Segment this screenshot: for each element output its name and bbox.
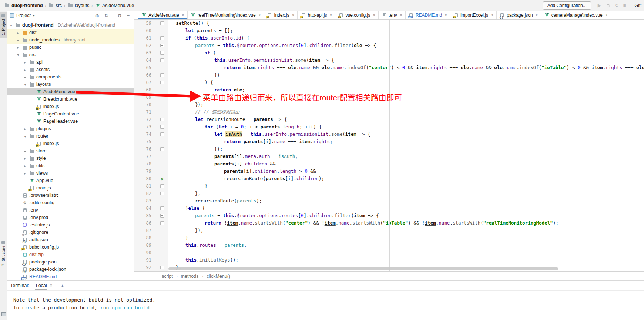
- line-number[interactable]: 82: [134, 190, 156, 197]
- gutter-fold-column[interactable]: [156, 190, 168, 197]
- gutter-fold-column[interactable]: [156, 64, 168, 71]
- chevron-right-icon[interactable]: ▸: [23, 171, 27, 175]
- code-line-text[interactable]: if (: [168, 49, 644, 57]
- breadcrumb-clickmenu[interactable]: clickMenu(): [207, 274, 230, 279]
- line-number[interactable]: 72: [134, 116, 156, 123]
- gutter-fold-column[interactable]: [156, 57, 168, 64]
- close-icon[interactable]: ×: [373, 13, 375, 18]
- gutter-fold-column[interactable]: [156, 256, 168, 264]
- chevron-right-icon[interactable]: ▸: [23, 149, 27, 153]
- line-number[interactable]: 62: [134, 42, 156, 49]
- code-line-text[interactable]: recursionRoute(parents);: [168, 197, 644, 205]
- tree-item-babel.config.js[interactable]: JSbabel.config.js: [7, 243, 134, 251]
- gutter-fold-column[interactable]: [156, 145, 168, 153]
- gutter-fold-column[interactable]: [156, 160, 168, 168]
- hide-panel-icon[interactable]: −: [125, 13, 131, 18]
- breadcrumb-src[interactable]: src: [48, 3, 63, 8]
- gutter-fold-column[interactable]: [156, 264, 168, 271]
- tool-window-tab-project[interactable]: 1: Project: [0, 12, 7, 38]
- tree-item-layouts[interactable]: ▾layouts: [7, 81, 134, 88]
- code-line-text[interactable]: this.userInfo.permissionList.some(item =…: [168, 57, 644, 64]
- breadcrumb-methods[interactable]: methods: [181, 274, 199, 279]
- line-number[interactable]: 91: [134, 256, 156, 264]
- gutter-fold-column[interactable]: [156, 242, 168, 249]
- tree-item-.env.prod[interactable]: .env.prod: [7, 214, 134, 221]
- new-terminal-icon[interactable]: +: [59, 283, 66, 289]
- fold-icon[interactable]: [160, 73, 164, 77]
- line-number[interactable]: 88: [134, 234, 156, 242]
- chevron-right-icon[interactable]: ▸: [16, 38, 20, 42]
- line-number[interactable]: 78: [134, 160, 156, 168]
- line-number[interactable]: 70: [134, 101, 156, 108]
- code-line-text[interactable]: setRoute() {: [168, 20, 644, 27]
- fold-icon[interactable]: [160, 266, 164, 269]
- tab-cameraManage\index.vue[interactable]: cameraManage\index.vue×: [541, 11, 611, 19]
- gutter-fold-column[interactable]: [156, 219, 168, 227]
- chevron-right-icon[interactable]: ▸: [23, 68, 27, 72]
- breadcrumb-layouts[interactable]: layouts: [67, 3, 90, 8]
- line-number[interactable]: 71: [134, 108, 156, 116]
- code-line-text[interactable]: parents = this.$router.options.routes[0]…: [168, 42, 644, 49]
- tree-item-index.js[interactable]: JSindex.js: [7, 103, 134, 110]
- code-line-text[interactable]: parents = this.$router.options.routes[0]…: [168, 212, 644, 219]
- line-number[interactable]: 73: [134, 123, 156, 131]
- collapse-all-icon[interactable]: ⇅: [103, 13, 110, 18]
- chevron-right-icon[interactable]: ▸: [16, 31, 20, 35]
- tree-item-dist.zip[interactable]: dist.zip: [7, 251, 134, 258]
- code-line-text[interactable]: let recursionRoute = parents => {: [168, 116, 644, 123]
- close-icon[interactable]: ×: [182, 13, 184, 18]
- chevron-right-icon[interactable]: ▸: [23, 156, 27, 161]
- tree-item-package.json[interactable]: {}package.json: [7, 258, 134, 266]
- close-icon[interactable]: ×: [50, 283, 53, 288]
- tab-AsideMenu.vue[interactable]: AsideMenu.vue×: [138, 11, 188, 19]
- tree-item-.editorconfig[interactable]: ⚙.editorconfig: [7, 199, 134, 206]
- fold-icon[interactable]: [160, 192, 164, 195]
- chevron-down-icon[interactable]: ▾: [16, 53, 20, 57]
- fold-icon[interactable]: [160, 214, 164, 218]
- tree-item-views[interactable]: ▸views: [7, 169, 134, 177]
- fold-icon[interactable]: [160, 21, 164, 25]
- line-number[interactable]: 65: [134, 64, 156, 71]
- tree-item-PageContent.vue[interactable]: PageContent.vue: [7, 110, 134, 118]
- stop-icon[interactable]: ■: [621, 3, 628, 8]
- code-line-text[interactable]: this.initialKeys();: [168, 256, 644, 264]
- gutter-fold-column[interactable]: [156, 234, 168, 242]
- code-line-text[interactable]: let parents = [];: [168, 27, 644, 34]
- line-number[interactable]: 80: [134, 175, 156, 182]
- add-configuration-button[interactable]: Add Configuration...: [543, 1, 591, 10]
- code-line-text[interactable]: let isAuth = this.userInfo.permissionLis…: [168, 131, 644, 138]
- code-line-text[interactable]: return parents[i].name === item.rights;: [168, 138, 644, 145]
- line-number[interactable]: 77: [134, 153, 156, 160]
- chevron-right-icon[interactable]: ▸: [23, 60, 27, 64]
- line-number[interactable]: 74: [134, 131, 156, 138]
- tree-item-Breadcrumb.vue[interactable]: Breadcrumb.vue: [7, 95, 134, 103]
- fold-icon[interactable]: [160, 36, 164, 40]
- gutter-fold-column[interactable]: [156, 71, 168, 79]
- run-icon[interactable]: ▶: [596, 3, 604, 8]
- line-number[interactable]: 81: [134, 182, 156, 190]
- gutter-fold-column[interactable]: [156, 249, 168, 256]
- gutter-fold-column[interactable]: [156, 123, 168, 131]
- tree-item-PageHeader.vue[interactable]: PageHeader.vue: [7, 118, 134, 125]
- code-line-text[interactable]: parents[i].children &&: [168, 160, 644, 168]
- gutter-fold-column[interactable]: [156, 79, 168, 86]
- terminal-label[interactable]: Terminal:: [10, 283, 29, 288]
- fold-icon[interactable]: [160, 125, 164, 129]
- tree-item-auth.json[interactable]: {}auth.json: [7, 236, 134, 243]
- tab-package.json[interactable]: {}package.json×: [497, 11, 541, 19]
- tool-window-tab-structure[interactable]: 7: Structure: [0, 239, 7, 268]
- tree-item-.browserslistrc[interactable]: .browserslistrc: [7, 192, 134, 199]
- tree-item-.env[interactable]: .env: [7, 206, 134, 214]
- tree-item-App.vue[interactable]: App.vue: [7, 177, 134, 184]
- line-number[interactable]: 79: [134, 168, 156, 175]
- close-icon[interactable]: ×: [329, 13, 332, 18]
- line-number[interactable]: 83: [134, 197, 156, 205]
- code-line-text[interactable]: for (let i = 0; i < parents.length; i++)…: [168, 123, 644, 131]
- chevron-right-icon[interactable]: ▸: [16, 46, 20, 50]
- code-line-text[interactable]: }else {: [168, 205, 644, 212]
- gutter-fold-column[interactable]: [156, 212, 168, 219]
- breadcrumb-file[interactable]: AsideMenu.vue: [94, 3, 135, 8]
- line-number[interactable]: 61: [134, 34, 156, 42]
- gutter-fold-column[interactable]: [156, 116, 168, 123]
- tree-item-package-lock.json[interactable]: {}package-lock.json: [7, 266, 134, 273]
